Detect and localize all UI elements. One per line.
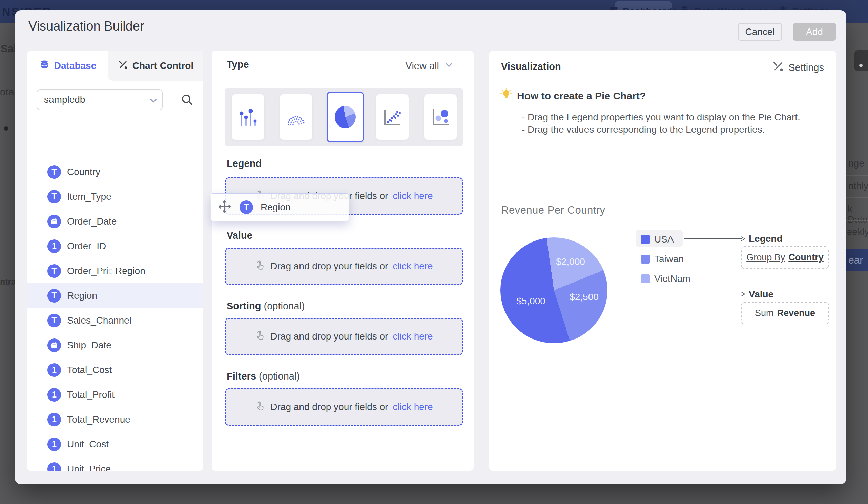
- bg-menu-fragment: eekly: [847, 226, 868, 238]
- bg-menu-fragment: nthly: [848, 180, 868, 191]
- bg-text-fragment: ota: [0, 86, 14, 98]
- number-field-icon: 1: [48, 363, 61, 377]
- field-row-order-date[interactable]: Order_Date: [27, 209, 203, 234]
- filters-section-label: Filters (optional): [227, 371, 300, 382]
- date-field-icon: [48, 215, 61, 228]
- chart-config-panel: Type View all Legend Drag an: [212, 51, 474, 471]
- number-field-icon: 1: [48, 413, 61, 426]
- legend-annotation-arrow: [684, 236, 746, 243]
- legend-section-label: Legend: [227, 158, 261, 169]
- view-all-dropdown[interactable]: View all: [405, 60, 454, 72]
- field-row-unit-cost[interactable]: 1 Unit_Cost: [27, 432, 203, 456]
- divider: [846, 175, 868, 176]
- annotation-legend-label: Legend: [749, 233, 783, 244]
- tap-hand-icon: [255, 330, 266, 343]
- tab-chart-control[interactable]: Chart Control: [108, 51, 203, 81]
- field-row-sales-channel[interactable]: T Sales_Channel: [27, 308, 203, 333]
- text-field-icon: T: [48, 264, 61, 278]
- pie-chart-icon: [335, 106, 356, 128]
- database-panel: Database Chart Control T Country T Item_…: [27, 51, 203, 471]
- chart-type-lollipop[interactable]: [232, 94, 264, 140]
- click-here-link[interactable]: click here: [393, 402, 433, 412]
- cancel-button[interactable]: Cancel: [738, 23, 782, 41]
- pie-slice-value: $5,000: [507, 296, 555, 306]
- modal-title: Visualization Builder: [29, 19, 144, 33]
- group-by-box[interactable]: Group By Country: [741, 246, 829, 269]
- legend-item-taiwan[interactable]: Taiwan: [641, 254, 684, 264]
- pie-slice-value: $2,500: [560, 292, 608, 303]
- tab-database[interactable]: Database: [27, 51, 108, 81]
- bg-selected-year-fragment: ear: [846, 249, 868, 271]
- field-row-ship-date[interactable]: Ship_Date: [27, 333, 203, 357]
- chart-type-picker: [225, 88, 463, 146]
- view-all-label: View all: [405, 60, 439, 72]
- tip-line: - Drag the Legend properties you want to…: [522, 112, 800, 123]
- add-button[interactable]: Add: [793, 23, 836, 41]
- legend-item-vietnam[interactable]: VietNam: [641, 273, 691, 284]
- chart-type-pie-selected[interactable]: [327, 92, 364, 142]
- database-icon: [39, 60, 50, 72]
- tip-line: - Drag the values corresponding to the L…: [522, 124, 765, 135]
- lollipop-chart-icon: [237, 106, 259, 128]
- chart-type-arc-dots[interactable]: [280, 94, 312, 140]
- search-icon[interactable]: [180, 93, 194, 108]
- scatter-chart-icon: [382, 106, 403, 128]
- legend-swatch: [641, 274, 650, 283]
- dragged-field-chip[interactable]: T Region: [211, 193, 349, 221]
- database-select-value[interactable]: [44, 90, 139, 110]
- field-row-total-profit[interactable]: 1 Total_Profit: [27, 382, 203, 407]
- tools-icon: [118, 60, 128, 72]
- type-section-label: Type: [227, 59, 249, 70]
- number-field-icon: 1: [48, 240, 61, 253]
- text-field-icon: T: [239, 200, 253, 214]
- visualization-builder-modal: Visualization Builder Cancel Add Databas…: [15, 10, 846, 484]
- number-field-icon: 1: [48, 388, 61, 402]
- number-field-icon: 1: [48, 437, 61, 451]
- lightbulb-icon: [499, 88, 513, 102]
- settings-button[interactable]: Settings: [773, 61, 824, 74]
- click-here-link[interactable]: click here: [393, 331, 433, 342]
- field-row-region[interactable]: T Region: [27, 283, 203, 308]
- chevron-down-icon: [148, 95, 158, 107]
- chevron-down-icon: [444, 60, 454, 72]
- filters-dropzone[interactable]: Drag and drop your fields or click here: [225, 389, 463, 426]
- tab-database-label: Database: [54, 60, 96, 71]
- pie-slice-value: $2,000: [547, 256, 594, 267]
- annotation-value-label: Value: [749, 289, 774, 300]
- database-select[interactable]: [37, 89, 163, 110]
- field-row-item-type[interactable]: T Item_Type: [27, 184, 203, 209]
- field-row-unit-price[interactable]: 1 Unit_Price: [27, 456, 203, 471]
- visualization-title: Visualization: [501, 61, 561, 72]
- sorting-dropzone[interactable]: Drag and drop your fields or click here: [225, 318, 463, 355]
- divider: [846, 198, 868, 198]
- arc-dots-chart-icon: [285, 106, 307, 128]
- value-annotation-arrow: [603, 291, 746, 298]
- tools-icon: [773, 61, 784, 74]
- text-field-icon: T: [48, 289, 61, 303]
- bg-menu-fragment: nge: [848, 158, 864, 169]
- field-row-total-revenue[interactable]: 1 Total_Revenue: [27, 407, 203, 432]
- divider: [846, 221, 868, 221]
- chart-type-scatter[interactable]: [376, 94, 409, 140]
- settings-label: Settings: [788, 62, 824, 73]
- bubble-chart-icon: [430, 106, 451, 128]
- legend-swatch: [641, 255, 650, 263]
- date-field-icon: [48, 339, 61, 352]
- field-row-order-id[interactable]: 1 Order_ID: [27, 234, 203, 259]
- sum-revenue-box[interactable]: Sum Revenue: [741, 302, 829, 324]
- value-dropzone[interactable]: Drag and drop your fields or click here: [225, 248, 463, 285]
- field-row-order-priority[interactable]: T Order_Priority Region: [27, 259, 203, 283]
- legend-item-usa[interactable]: USA: [641, 234, 674, 245]
- tap-hand-icon: [255, 260, 266, 272]
- bg-save-button-fragment: [855, 50, 868, 71]
- pie-chart: [500, 238, 608, 343]
- visualization-panel: Visualization Settings How to create a P…: [489, 51, 836, 471]
- click-here-link[interactable]: click here: [393, 191, 433, 201]
- bg-bullet-dot: [4, 126, 9, 131]
- number-field-icon: 1: [48, 462, 61, 471]
- field-row-country[interactable]: T Country: [27, 159, 203, 184]
- bg-menu-fragment: k Date: [848, 203, 868, 225]
- field-row-total-cost[interactable]: 1 Total_Cost: [27, 357, 203, 382]
- click-here-link[interactable]: click here: [393, 261, 433, 272]
- chart-type-bubble[interactable]: [424, 94, 457, 140]
